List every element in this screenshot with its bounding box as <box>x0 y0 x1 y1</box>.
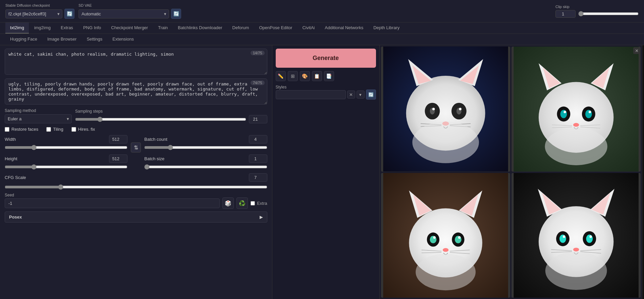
batch-count-slider[interactable] <box>144 145 267 150</box>
negative-prompt-textarea[interactable] <box>5 78 267 105</box>
image-area-close-btn[interactable]: ✕ <box>633 47 640 54</box>
hires-fix-input[interactable] <box>71 127 76 132</box>
vae-wrapper: Automatic <box>78 9 169 18</box>
seed-label: Seed <box>5 193 14 197</box>
right-panel: Generate ✏️ ⊞ 🎨 📋 📑 Styles ✕ ▾ 🔄 <box>272 45 379 299</box>
posex-label: Posex <box>9 215 22 220</box>
extra-checkbox[interactable]: Extra <box>251 201 267 206</box>
restore-faces-checkbox[interactable]: Restore faces <box>5 127 38 132</box>
grid-icon-btn[interactable]: ⊞ <box>288 71 298 81</box>
sampling-steps-label: Sampling steps <box>75 109 267 114</box>
svg-line-50 <box>421 252 441 253</box>
batch-size-slider[interactable] <box>144 164 267 170</box>
tab-nav-row1: txt2img img2img Extras PNG Info Checkpoi… <box>0 22 644 34</box>
tab-additionalnetworks[interactable]: Additional Networks <box>320 22 368 34</box>
pencil-icon-btn[interactable]: ✏️ <box>276 71 286 81</box>
tab-settings[interactable]: Settings <box>82 34 107 45</box>
styles-refresh-btn[interactable]: 🔄 <box>366 89 376 100</box>
restore-faces-input[interactable] <box>5 127 9 132</box>
tab-img2img[interactable]: img2img <box>30 22 55 34</box>
seed-recycle-btn[interactable]: ♻️ <box>236 197 248 209</box>
svg-point-17 <box>412 122 479 163</box>
width-slider[interactable] <box>5 145 127 150</box>
batch-size-label: Batch size <box>144 156 164 161</box>
duplicate-icon-btn[interactable]: 📑 <box>324 71 334 81</box>
tab-train[interactable]: Train <box>153 22 172 34</box>
palette-icon-btn[interactable]: 🎨 <box>300 71 310 81</box>
hires-fix-checkbox[interactable]: Hires. fix <box>71 127 95 132</box>
sampling-method-select[interactable]: Euler a <box>5 114 72 123</box>
checkboxes-row: Restore faces Tiling Hires. fix <box>5 126 267 132</box>
cat-svg-1 <box>381 47 510 172</box>
checkpoint-label: Stable Diffusion checkpoint <box>5 3 74 7</box>
image-area: ✕ <box>379 45 642 299</box>
tab-imagebrowser[interactable]: Image Browser <box>43 34 81 45</box>
batch-count-input[interactable] <box>249 135 267 143</box>
checkpoint-select[interactable]: f2.ckpt [9e2c6ceff3] <box>5 9 62 18</box>
styles-dropdown-btn[interactable]: ▾ <box>357 91 365 99</box>
tab-extras[interactable]: Extras <box>56 22 78 34</box>
generated-image-4[interactable] <box>512 173 641 298</box>
seed-dice-btn[interactable]: 🎲 <box>222 197 234 209</box>
tab-deforum[interactable]: Deforum <box>228 22 254 34</box>
tab-pnginfo[interactable]: PNG Info <box>78 22 106 34</box>
styles-input[interactable] <box>276 90 346 99</box>
tab-batchlinks[interactable]: Batchlinks Downloader <box>173 22 227 34</box>
width-label-row: Width <box>5 135 127 143</box>
width-input[interactable] <box>109 135 127 143</box>
tab-depthlibrary[interactable]: Depth Library <box>369 22 404 34</box>
svg-point-30 <box>573 123 579 127</box>
svg-point-10 <box>432 108 434 110</box>
clipboard-icon-btn[interactable]: 📋 <box>312 71 322 81</box>
style-toolbar: ✏️ ⊞ 🎨 📋 📑 <box>276 71 376 81</box>
height-label-row: Height <box>5 155 127 163</box>
sampling-steps-input[interactable] <box>249 115 267 123</box>
generated-image-3[interactable] <box>381 173 510 298</box>
tiling-label: Tiling <box>53 127 63 132</box>
tab-civitai[interactable]: CivitAi <box>298 22 319 34</box>
cat-svg-3 <box>381 173 510 298</box>
cfg-scale-input[interactable] <box>249 173 267 182</box>
cat-svg-4 <box>512 173 641 298</box>
seed-input[interactable] <box>5 198 220 208</box>
sampling-steps-slider[interactable] <box>75 117 246 122</box>
vae-label: SD VAE <box>78 3 181 7</box>
styles-clear-btn[interactable]: ✕ <box>347 91 355 99</box>
tiling-checkbox[interactable]: Tiling <box>46 127 63 132</box>
generate-button[interactable]: Generate <box>276 49 376 68</box>
right-edge-bar <box>642 45 644 299</box>
left-panel: 14/75 74/75 Sampling method Euler a <box>0 45 272 299</box>
swap-dimensions-btn[interactable]: ⇅ <box>131 142 141 153</box>
generated-image-2[interactable] <box>512 47 641 172</box>
sampling-method-wrapper: Euler a <box>5 114 72 123</box>
generated-image-1[interactable] <box>381 47 510 172</box>
tab-checkpoint-merger[interactable]: Checkpoint Merger <box>106 22 153 34</box>
tab-extensions[interactable]: Extensions <box>108 34 139 45</box>
positive-prompt-area: 14/75 <box>5 49 267 76</box>
cfg-scale-label: CFG Scale <box>5 175 26 180</box>
app-container: Stable Diffusion checkpoint f2.ckpt [9e2… <box>0 0 644 299</box>
posex-bar[interactable]: Posex ▶ <box>5 212 267 223</box>
batch-count-label: Batch count <box>144 137 167 142</box>
tab-openpose[interactable]: OpenPose Editor <box>254 22 297 34</box>
vae-refresh-btn[interactable]: 🔄 <box>171 9 181 19</box>
positive-prompt-textarea[interactable] <box>5 49 267 75</box>
batch-size-label-row: Batch size <box>144 155 267 163</box>
checkpoint-refresh-btn[interactable]: 🔄 <box>64 9 74 19</box>
tiling-input[interactable] <box>46 127 51 132</box>
clip-skip-input[interactable] <box>555 10 576 18</box>
height-input[interactable] <box>109 155 127 163</box>
extra-label: Extra <box>257 201 267 206</box>
svg-point-47 <box>458 236 460 238</box>
styles-group: Styles ✕ ▾ 🔄 <box>276 84 376 100</box>
clip-skip-label: Clip skip <box>555 5 639 9</box>
batch-size-input[interactable] <box>249 155 267 163</box>
checkpoint-wrapper: f2.ckpt [9e2c6ceff3] <box>5 9 62 18</box>
height-slider[interactable] <box>5 164 127 170</box>
clip-skip-slider[interactable] <box>578 11 639 16</box>
tab-huggingface[interactable]: Hugging Face <box>5 34 42 45</box>
tab-txt2img[interactable]: txt2img <box>5 22 29 34</box>
extra-checkbox-input[interactable] <box>251 201 255 205</box>
vae-select[interactable]: Automatic <box>78 9 169 18</box>
cfg-scale-slider[interactable] <box>5 184 267 190</box>
